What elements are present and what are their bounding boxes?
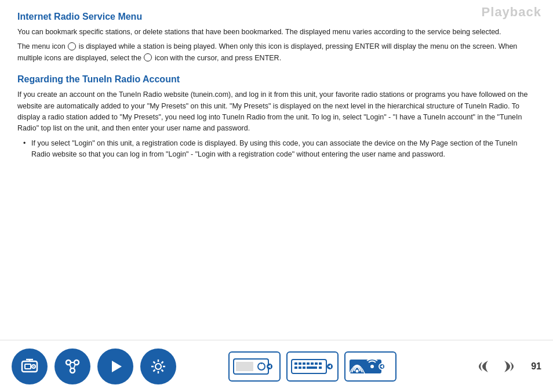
tunein-bullet-item: If you select "Login" on this unit, a re… [23,138,536,161]
svg-rect-31 [303,362,305,365]
svg-point-13 [155,364,161,369]
svg-line-20 [162,361,163,363]
svg-rect-36 [294,366,297,369]
back-button[interactable] [471,355,494,378]
svg-line-11 [74,364,75,369]
svg-marker-12 [112,361,122,372]
control-icon-group: 91 [471,355,541,378]
antenna-button[interactable] [344,351,396,382]
svg-rect-23 [236,362,253,371]
svg-rect-37 [299,366,301,369]
svg-line-18 [154,361,155,363]
menu-icon-symbol [68,42,76,50]
settings-button[interactable] [140,349,176,384]
svg-rect-40 [319,366,322,369]
svg-rect-33 [311,362,314,365]
tunein-bullet-list: If you select "Login" on this unit, a re… [17,138,536,161]
svg-rect-30 [299,362,301,365]
section-tunein-radio: Regarding the TuneIn Radio Account If yo… [17,74,536,160]
svg-rect-1 [25,364,31,369]
menu-icon-symbol-2 [144,53,152,61]
svg-line-10 [70,364,71,369]
svg-point-3 [33,366,34,367]
bottom-toolbar: 91 [0,340,553,392]
svg-rect-32 [307,362,310,365]
amp-button[interactable] [228,351,281,382]
radio-button[interactable] [12,349,48,384]
keyboard-button[interactable] [286,351,339,382]
svg-point-44 [356,369,359,372]
page-number: 91 [531,361,541,372]
para-internet-radio-2: The menu icon is displayed while a stati… [17,41,536,64]
svg-point-45 [370,365,374,368]
connection-button[interactable] [54,349,90,384]
svg-rect-38 [303,366,305,369]
svg-rect-29 [294,362,297,365]
section-heading-internet-radio: Internet Radio Service Menu [17,12,536,22]
device-icon-group [228,351,396,382]
svg-line-19 [162,369,163,371]
para-internet-radio-1: You can bookmark specific stations, or d… [17,27,536,38]
nav-icon-group [12,349,176,384]
content-area: Internet Radio Service Menu You can book… [17,12,536,334]
play-button[interactable] [97,349,133,384]
svg-rect-39 [307,366,317,369]
para-tunein-body: If you create an account on the TuneIn R… [17,89,536,135]
svg-rect-35 [319,362,322,365]
section-heading-tunein: Regarding the TuneIn Radio Account [17,74,536,85]
forward-button[interactable] [499,355,522,378]
svg-line-21 [154,369,155,371]
section-internet-radio: Internet Radio Service Menu You can book… [17,12,536,64]
svg-rect-34 [315,362,318,365]
